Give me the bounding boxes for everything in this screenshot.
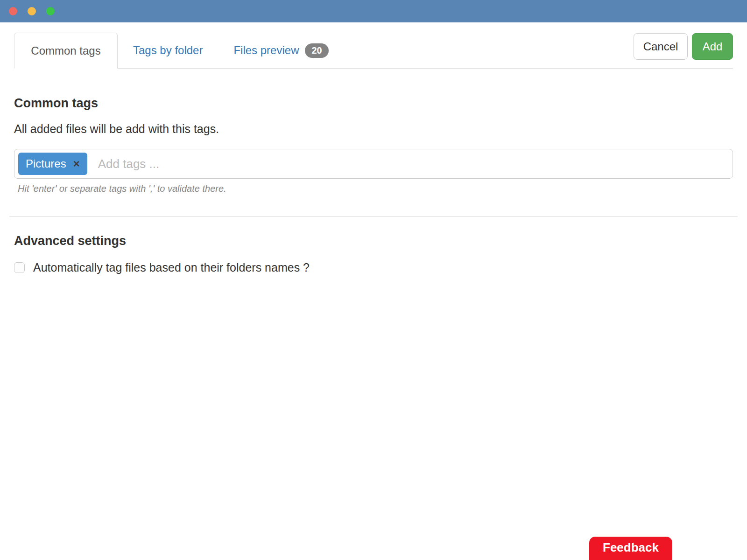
advanced-settings-heading: Advanced settings [14, 234, 733, 248]
tab-tags-by-folder[interactable]: Tags by folder [118, 33, 218, 68]
add-button[interactable]: Add [692, 33, 733, 60]
tab-files-preview[interactable]: Files preview 20 [218, 33, 344, 68]
tab-common-tags[interactable]: Common tags [14, 33, 118, 69]
header-actions: Cancel Add [634, 33, 733, 60]
common-tags-description: All added files will be add with this ta… [14, 122, 733, 136]
remove-tag-icon[interactable]: × [73, 158, 80, 169]
tags-input-field[interactable]: Pictures × [14, 149, 733, 179]
window-titlebar [0, 0, 747, 22]
close-window-button[interactable] [9, 7, 17, 15]
tag-chip-label: Pictures [26, 157, 66, 170]
section-divider [9, 216, 738, 217]
cancel-button[interactable]: Cancel [634, 33, 688, 60]
minimize-window-button[interactable] [28, 7, 36, 15]
tab-tags-by-folder-label: Tags by folder [133, 44, 203, 57]
auto-tag-label: Automatically tag files based on their f… [33, 261, 310, 274]
files-count-badge: 20 [305, 43, 328, 58]
main-content: Common tags All added files will be add … [0, 96, 747, 274]
feedback-button[interactable]: Feedback [589, 537, 672, 560]
tag-chip: Pictures × [18, 153, 87, 175]
common-tags-heading: Common tags [14, 96, 733, 111]
auto-tag-option[interactable]: Automatically tag files based on their f… [14, 261, 733, 274]
tab-files-preview-label: Files preview [233, 44, 299, 57]
tab-bar: Common tags Tags by folder Files preview… [14, 33, 733, 69]
auto-tag-checkbox[interactable] [14, 262, 25, 273]
add-tags-input[interactable] [97, 156, 726, 172]
tab-common-tags-label: Common tags [31, 44, 100, 57]
tags-hint-text: Hit 'enter' or separate tags with ',' to… [18, 183, 733, 194]
zoom-window-button[interactable] [46, 7, 55, 15]
